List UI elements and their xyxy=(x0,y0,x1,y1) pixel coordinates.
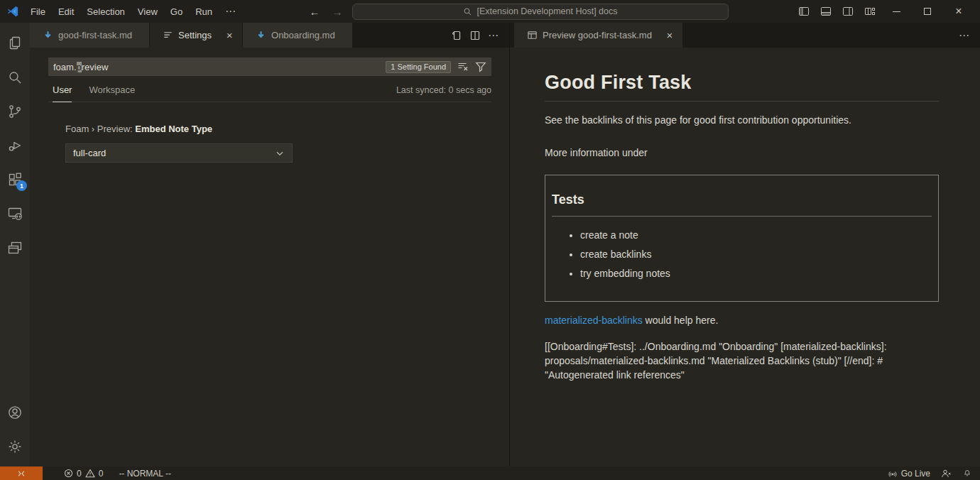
notifications-button[interactable] xyxy=(962,469,972,479)
search-icon xyxy=(463,7,472,16)
close-tab-icon[interactable]: × xyxy=(222,28,236,43)
more-actions-icon[interactable]: ⋯ xyxy=(488,29,499,42)
activitybar-run-debug[interactable] xyxy=(0,129,30,163)
windows-icon xyxy=(6,239,23,256)
select-value: full-card xyxy=(73,148,106,158)
accounts-button[interactable] xyxy=(0,396,30,430)
tab-settings[interactable]: Settings × xyxy=(150,23,242,48)
status-bar: 0 0 -- NORMAL -- Go Live xyxy=(0,467,980,480)
maximize-button[interactable] xyxy=(912,0,943,23)
history-forward-icon[interactable]: → xyxy=(330,6,345,18)
settings-editor: foam.preview 1 Setting Found xyxy=(30,48,509,467)
menu-edit[interactable]: Edit xyxy=(52,4,80,20)
problems-status[interactable]: 0 0 xyxy=(64,469,103,479)
activitybar-extensions[interactable]: 1 xyxy=(0,163,30,197)
minimize-button[interactable] xyxy=(881,0,912,23)
tab-label: good-first-task.md xyxy=(58,30,132,40)
vscode-window: File Edit Selection View Go Run ⋯ ← → [E… xyxy=(0,0,980,480)
remote-icon xyxy=(16,469,26,479)
account-icon xyxy=(6,404,23,421)
settings-scope-row: User Workspace Last synced: 0 secs ago xyxy=(48,84,491,102)
tab-good-first-task[interactable]: good-first-task.md xyxy=(30,23,149,48)
gear-icon xyxy=(6,438,23,455)
tab-onboarding[interactable]: Onboarding.md xyxy=(243,23,352,48)
title-bar: File Edit Selection View Go Run ⋯ ← → [E… xyxy=(0,0,980,23)
tab-label: Preview good-first-task.md xyxy=(543,30,652,40)
editor-group-preview: Preview good-first-task.md × ⋯ Good Firs… xyxy=(509,23,980,467)
activitybar-explorer[interactable] xyxy=(0,26,30,60)
error-icon xyxy=(64,469,73,478)
settings-tab-icon xyxy=(163,30,173,40)
menu-view[interactable]: View xyxy=(131,4,164,20)
menu-bar: File Edit Selection View Go Run ⋯ xyxy=(0,2,243,21)
close-icon: × xyxy=(955,6,962,17)
activitybar-search[interactable] xyxy=(0,60,30,94)
embedded-note-title: Tests xyxy=(552,192,932,217)
command-center-search[interactable]: [Extension Development Host] docs xyxy=(352,4,729,20)
settings-search-input[interactable]: foam.preview 1 Setting Found xyxy=(48,58,491,76)
menu-run[interactable]: Run xyxy=(189,4,219,20)
editor-actions-group2: ⋯ xyxy=(959,23,980,48)
toggle-secondary-sidebar-icon[interactable] xyxy=(837,2,859,21)
remote-explorer-icon xyxy=(6,205,23,222)
bell-icon xyxy=(962,469,972,479)
embedded-note-list: create a note create backlinks try embed… xyxy=(552,228,932,281)
vim-mode-indicator[interactable]: -- NORMAL -- xyxy=(119,469,171,479)
setting-title: Foam › Preview: Embed Note Type xyxy=(65,124,491,134)
open-settings-json-icon[interactable] xyxy=(451,30,462,41)
toggle-panel-icon[interactable] xyxy=(815,2,837,21)
scope-tab-user[interactable]: User xyxy=(53,84,72,95)
embed-note-type-select[interactable]: full-card xyxy=(65,143,293,163)
command-center-label: [Extension Development Host] docs xyxy=(477,6,617,16)
more-actions-icon[interactable]: ⋯ xyxy=(959,29,970,42)
menu-file[interactable]: File xyxy=(24,4,52,20)
window-controls: × xyxy=(793,0,980,23)
list-item: create backlinks xyxy=(580,247,932,261)
more-menu-icon[interactable]: ⋯ xyxy=(219,2,243,21)
preview-link-line: materialized-backlinks would help here. xyxy=(545,313,939,327)
menu-selection[interactable]: Selection xyxy=(80,4,131,20)
preview-paragraph: See the backlinks of this page for good … xyxy=(545,113,939,127)
feedback-button[interactable] xyxy=(941,469,952,479)
close-window-button[interactable]: × xyxy=(943,0,974,23)
customize-layout-icon[interactable] xyxy=(859,2,881,21)
tab-label: Onboarding.md xyxy=(271,30,335,40)
activitybar-windows[interactable] xyxy=(0,231,30,265)
warning-count: 0 xyxy=(99,469,104,479)
activitybar-remote-explorer[interactable] xyxy=(0,197,30,231)
filter-settings-icon[interactable] xyxy=(475,61,486,72)
materialized-backlinks-link[interactable]: materialized-backlinks xyxy=(545,315,643,326)
tab-label: Settings xyxy=(178,30,212,40)
scope-tab-workspace[interactable]: Workspace xyxy=(89,84,135,95)
menu-go[interactable]: Go xyxy=(164,4,189,20)
vscode-logo-icon xyxy=(6,5,19,18)
remote-indicator[interactable] xyxy=(0,467,43,480)
tab-bar-group2: Preview good-first-task.md × ⋯ xyxy=(510,23,980,48)
go-live-button[interactable]: Go Live xyxy=(888,469,930,479)
clear-settings-search-icon[interactable] xyxy=(457,61,469,72)
maximize-icon xyxy=(924,8,931,15)
feedback-person-icon xyxy=(941,469,952,479)
search-icon xyxy=(6,69,23,86)
extensions-badge: 1 xyxy=(16,180,27,191)
settings-count-badge: 1 Setting Found xyxy=(386,61,451,73)
history-back-icon[interactable]: ← xyxy=(307,6,322,18)
run-debug-icon xyxy=(6,137,23,154)
close-tab-icon[interactable]: × xyxy=(663,28,677,43)
activity-bar: 1 xyxy=(0,23,30,467)
link-suffix: would help here. xyxy=(643,315,719,326)
activitybar-source-control[interactable] xyxy=(0,94,30,129)
list-item: create a note xyxy=(580,228,932,242)
settings-search-controls: 1 Setting Found xyxy=(386,61,486,73)
toggle-primary-sidebar-icon[interactable] xyxy=(793,2,815,21)
setting-row-embed-note-type: Foam › Preview: Embed Note Type full-car… xyxy=(65,124,491,163)
status-bar-right: Go Live xyxy=(888,469,980,479)
tab-preview-good-first-task[interactable]: Preview good-first-task.md × xyxy=(514,23,682,48)
link-references-paragraph: [[Onboarding#Tests]: ../Onboarding.md "O… xyxy=(545,339,934,383)
activity-bar-bottom xyxy=(0,396,30,467)
minimize-icon xyxy=(893,11,900,12)
preview-paragraph: More information under xyxy=(545,146,939,160)
last-synced-label: Last synced: 0 secs ago xyxy=(396,85,491,95)
split-editor-icon[interactable] xyxy=(469,30,481,41)
manage-button[interactable] xyxy=(0,430,30,464)
